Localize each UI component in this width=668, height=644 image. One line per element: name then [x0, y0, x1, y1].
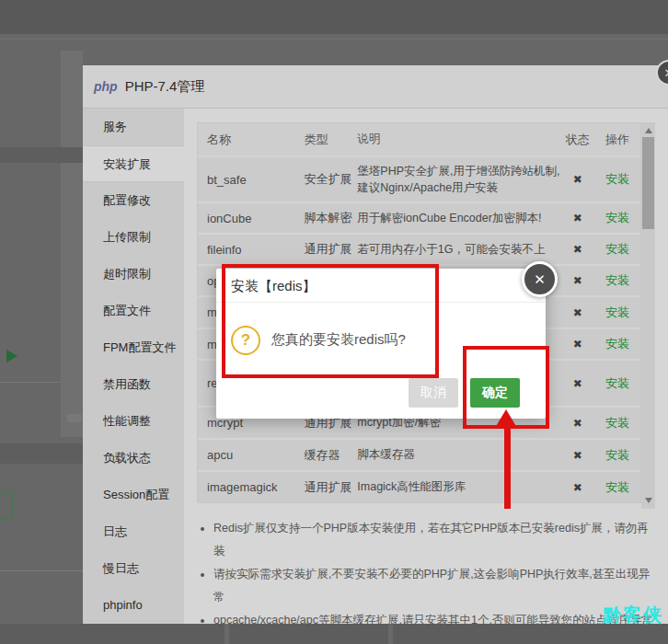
- watermark-text: 黔客侠: [603, 603, 663, 627]
- annotation-arrow-shaft: [504, 426, 511, 509]
- annotation-box-message: [222, 264, 439, 378]
- annotation-arrow-head: [495, 409, 517, 428]
- dialog-close-icon[interactable]: ✕: [522, 261, 558, 297]
- cancel-button[interactable]: 取消: [409, 378, 458, 408]
